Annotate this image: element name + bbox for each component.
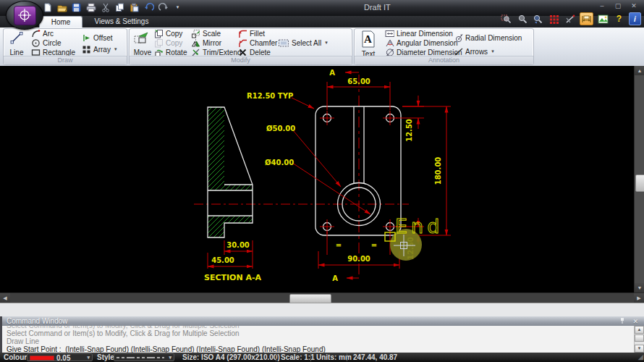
qat-overflow-caret-icon[interactable]: ▾ — [172, 2, 183, 12]
linear-dimension-button[interactable]: Linear Dimension — [385, 29, 453, 38]
vertical-scroll-thumb[interactable] — [635, 174, 644, 192]
array-button[interactable]: Array ▾ — [82, 45, 116, 54]
image-export-icon[interactable] — [597, 13, 609, 25]
colour-combo[interactable]: 0.05 ▾ — [27, 353, 93, 361]
array-label: Array — [93, 46, 111, 54]
line-style-preview — [116, 354, 164, 361]
angular-dimension-label: Angular Dimension — [397, 39, 458, 47]
command-window-body[interactable]: Select Command or Item(s) to Modify, Cli… — [2, 326, 644, 353]
dia-outer-text: Ø50.00 — [266, 125, 295, 132]
circle-button[interactable]: Circle — [31, 38, 62, 47]
arc-label: Arc — [43, 30, 54, 38]
copy-button[interactable]: Copy — [154, 29, 182, 38]
angular-dimension-button[interactable]: A Angular Dimension — [385, 38, 458, 47]
tab-views-settings[interactable]: Views & Settings — [85, 16, 158, 28]
rectangle-label: Rectangle — [43, 49, 75, 56]
arc-button[interactable]: Arc — [31, 29, 54, 38]
print-icon[interactable] — [85, 2, 96, 12]
style-combo-caret-icon: ▾ — [169, 354, 171, 361]
style-combo[interactable]: ▾ — [114, 353, 174, 361]
scale-button[interactable]: Scale — [191, 29, 221, 38]
circle-label: Circle — [43, 39, 62, 47]
horizontal-scrollbar[interactable]: ◀ ▶ — [0, 292, 644, 303]
fillet-button[interactable]: Fillet — [238, 29, 265, 38]
vertical-scrollbar[interactable]: ▲ ▼ — [634, 66, 644, 292]
drawing-svg: 65.00 A A R12.50 TYP Ø50.00 Ø40.00 12.50… — [0, 66, 634, 292]
radial-dimension-button[interactable]: Radial Dimension — [454, 33, 522, 42]
grid-icon[interactable] — [548, 13, 560, 25]
array-caret-icon: ▾ — [114, 46, 117, 52]
section-marker-top-text: A — [329, 69, 335, 77]
chamfer-button[interactable]: Chamfer — [238, 38, 277, 47]
arrows-icon — [454, 47, 463, 56]
annotation-group-label: Annotation — [355, 56, 533, 64]
select-all-button[interactable]: Select All ▾ — [278, 38, 328, 47]
tab-home[interactable]: Home — [39, 16, 82, 28]
zoom-window-icon[interactable] — [500, 13, 512, 25]
offset-button[interactable]: Offset — [82, 33, 113, 42]
dim-180-text: 180.00 — [434, 157, 442, 185]
circle-icon — [31, 38, 41, 48]
help-icon[interactable]: ? — [613, 13, 625, 25]
dim-30-text: 30.00 — [226, 241, 250, 249]
open-icon[interactable] — [56, 2, 67, 12]
scroll-left-icon[interactable]: ◀ — [0, 293, 10, 303]
delete-label: Delete — [250, 49, 271, 56]
command-scroll-thumb[interactable] — [635, 334, 644, 342]
copy-modify-icon — [154, 29, 164, 38]
minimize-button[interactable]: – — [596, 1, 608, 11]
new-icon[interactable] — [42, 2, 53, 12]
tab-row: Home Views & Settings ? i — [0, 16, 644, 28]
section-label-text: SECTION A-A — [204, 273, 262, 282]
app-logo-icon — [14, 6, 36, 25]
dim-90-text: 90.00 — [347, 255, 370, 263]
scale-label: Scale — [203, 30, 221, 38]
arrows-button[interactable]: Arrows ▾ — [454, 47, 494, 56]
copy-icon[interactable] — [114, 2, 125, 12]
quick-access-toolbar: ▾ — [42, 2, 183, 12]
info-icon[interactable]: i — [629, 12, 641, 25]
command-scroll-up-icon[interactable]: ▲ — [635, 326, 644, 334]
move-button[interactable]: Move — [131, 30, 154, 57]
trim-extend-label: Trim/Extend — [203, 49, 242, 56]
zoom-dynamic-icon[interactable] — [532, 13, 544, 25]
status-separator — [276, 353, 276, 361]
section-view[interactable] — [208, 107, 253, 237]
copy-label: Copy — [166, 30, 182, 38]
workspace-gap-strip — [0, 303, 644, 317]
line-button[interactable]: Line — [5, 30, 28, 57]
command-scroll-down-icon[interactable]: ▼ — [635, 345, 644, 353]
scroll-down-icon[interactable]: ▼ — [635, 283, 644, 292]
command-window-titlebar[interactable]: Command Window ✕ — [2, 316, 644, 326]
front-view[interactable] — [315, 106, 401, 235]
command-window-title: Command Window — [7, 317, 67, 325]
redo-icon[interactable] — [158, 2, 169, 12]
close-button[interactable]: ✕ — [628, 1, 640, 11]
fillet-label: Fillet — [250, 30, 265, 38]
command-scrollbar[interactable]: ▲ ▼ — [634, 326, 644, 353]
maximize-button[interactable]: ▢ — [612, 1, 624, 11]
mirror-button[interactable]: Mirror — [191, 38, 221, 47]
rotate-label: Rotate — [166, 49, 187, 56]
application-menu-button[interactable] — [6, 1, 43, 30]
status-bar: Colour 0.05 ▾ Style ▾ Size: ISO A4 (297.… — [0, 353, 644, 362]
dimension-toggle-icon[interactable] — [580, 12, 593, 25]
view-toolbar: ? i — [500, 12, 641, 26]
ribbon-group-modify: Move Copy Copy Rotate Scale Mirror — [129, 28, 352, 65]
paste-icon[interactable] — [129, 2, 140, 12]
svg-text:A: A — [364, 33, 372, 45]
window-title: Draft IT — [364, 3, 391, 12]
line-icon — [9, 30, 24, 48]
resize-grip[interactable]: ◢ — [638, 353, 643, 362]
array-icon — [82, 45, 91, 54]
drawing-canvas[interactable]: 65.00 A A R12.50 TYP Ø50.00 Ø40.00 12.50… — [0, 66, 634, 292]
zoom-icon[interactable] — [516, 13, 528, 25]
save-icon[interactable] — [71, 2, 82, 12]
dim-45-text: 45.00 — [211, 256, 234, 264]
offset-label: Offset — [93, 34, 113, 42]
undo-icon[interactable] — [143, 2, 154, 12]
ortho-icon[interactable] — [564, 13, 576, 25]
cut-icon[interactable] — [100, 2, 111, 12]
scroll-up-icon[interactable]: ▲ — [635, 66, 644, 75]
scroll-right-icon[interactable]: ▶ — [634, 293, 644, 303]
